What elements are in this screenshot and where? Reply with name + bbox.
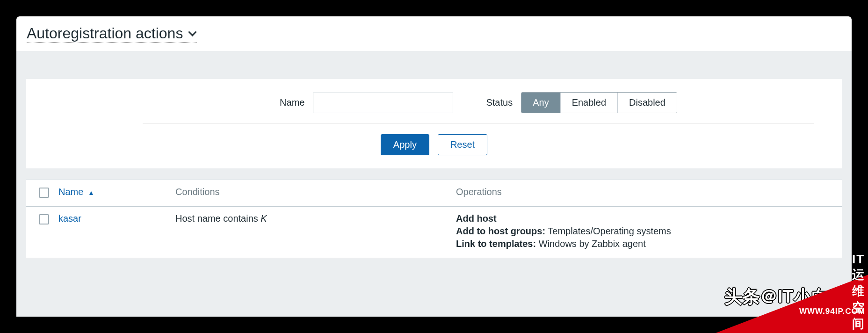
operation-line: Add host — [456, 213, 838, 224]
reset-button[interactable]: Reset — [438, 134, 487, 155]
col-header-checkbox — [26, 180, 54, 207]
filter-status-group: Status Any Enabled Disabled — [486, 92, 677, 113]
col-header-conditions: Conditions — [171, 180, 451, 207]
watermark-brand: IT运维空间 — [852, 252, 865, 332]
operation-value: Templates/Operating systems — [548, 226, 671, 236]
actions-table: Name ▲ Conditions Operations kasar — [26, 180, 842, 258]
page-frame: Autoregistration actions Name Status Any… — [16, 16, 852, 317]
status-option-enabled[interactable]: Enabled — [561, 93, 618, 113]
filter-actions: Apply Reset — [26, 134, 842, 155]
action-name-link[interactable]: kasar — [58, 213, 81, 224]
row-conditions-cell: Host name contains K — [171, 206, 451, 258]
filter-row: Name Status Any Enabled Disabled — [143, 92, 814, 124]
filter-name-group: Name — [280, 93, 453, 113]
operation-value: Windows by Zabbix agent — [539, 239, 646, 249]
col-header-name-label: Name — [58, 187, 83, 197]
actions-table-wrap: Name ▲ Conditions Operations kasar — [26, 180, 842, 258]
operation-line: Add to host groups: Templates/Operating … — [456, 226, 838, 237]
page-title-dropdown[interactable]: Autoregistration actions — [27, 25, 197, 43]
col-header-operations: Operations — [451, 180, 842, 207]
operation-label: Add host — [456, 213, 497, 224]
operation-label: Add to host groups: — [456, 226, 545, 236]
filter-name-label: Name — [280, 97, 304, 108]
row-operations-cell: Add host Add to host groups: Templates/O… — [451, 206, 842, 258]
sort-asc-icon: ▲ — [88, 189, 94, 196]
filter-name-input[interactable] — [313, 93, 453, 113]
apply-button[interactable]: Apply — [381, 134, 429, 155]
table-row: kasar Host name contains K Add host Add … — [26, 206, 842, 258]
filter-status-label: Status — [486, 97, 513, 108]
chevron-down-icon — [189, 29, 197, 36]
filter-panel: Name Status Any Enabled Disabled Apply R… — [26, 79, 842, 168]
operation-line: Link to templates: Windows by Zabbix age… — [456, 239, 838, 249]
select-all-checkbox[interactable] — [39, 188, 49, 198]
row-name-cell: kasar — [54, 206, 171, 258]
page-title: Autoregistration actions — [27, 25, 183, 42]
row-checkbox[interactable] — [39, 214, 49, 224]
table-header-row: Name ▲ Conditions Operations — [26, 180, 842, 207]
col-header-name[interactable]: Name ▲ — [54, 180, 171, 207]
condition-prefix: Host name contains — [175, 213, 260, 224]
status-option-any[interactable]: Any — [521, 93, 560, 113]
page-header: Autoregistration actions — [16, 16, 852, 51]
status-option-disabled[interactable]: Disabled — [618, 93, 677, 113]
operation-label: Link to templates: — [456, 239, 536, 249]
status-segmented-control: Any Enabled Disabled — [521, 92, 677, 113]
condition-value: K — [260, 213, 267, 224]
row-checkbox-cell — [26, 206, 54, 258]
